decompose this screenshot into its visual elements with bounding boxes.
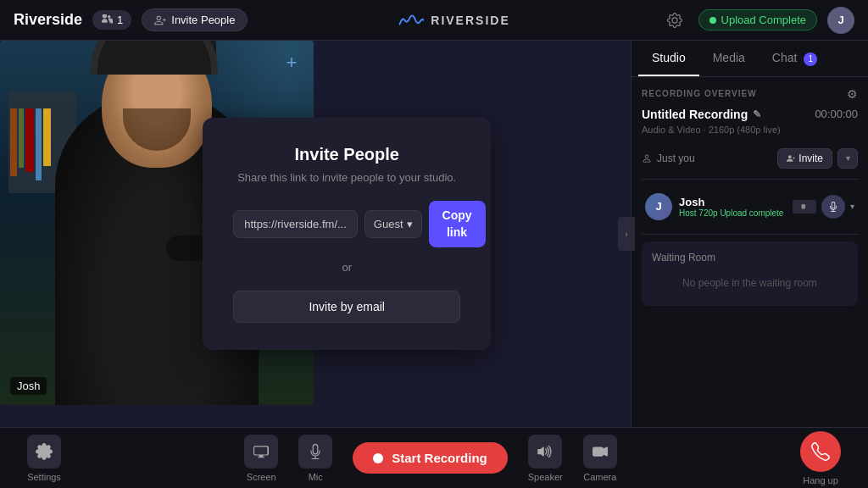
riverside-wave-icon bbox=[398, 12, 424, 29]
microphone-icon bbox=[828, 202, 838, 212]
record-dot bbox=[373, 453, 383, 463]
participant-role: Host bbox=[679, 208, 697, 218]
participant-controls: ▾ bbox=[793, 195, 854, 219]
main-content: Josh + Invite People Share this link to … bbox=[0, 41, 631, 427]
invite-email-label: Invite by email bbox=[309, 300, 384, 313]
waiting-room-empty: No people in the waiting room bbox=[652, 270, 848, 296]
screen-label: Screen bbox=[247, 472, 276, 482]
avatar-initials: J bbox=[837, 14, 843, 26]
recording-name-row: Untitled Recording ✎ 00:00:00 bbox=[642, 108, 858, 121]
user-avatar[interactable]: J bbox=[827, 7, 854, 34]
hangup-button[interactable]: Hang up bbox=[800, 431, 841, 485]
add-video-button[interactable]: + bbox=[280, 51, 303, 75]
speaker-label: Speaker bbox=[528, 472, 563, 482]
tab-chat[interactable]: Chat 1 bbox=[759, 41, 831, 76]
participant-info: J Josh Host 720p Upload complete bbox=[645, 193, 783, 220]
participant-status: Host 720p Upload complete bbox=[679, 208, 783, 218]
participants-row: Just you Invite ▾ bbox=[642, 145, 858, 172]
recording-name-text: Untitled Recording bbox=[642, 108, 748, 121]
camera-icon-wrapper bbox=[583, 435, 617, 469]
participant-item: J Josh Host 720p Upload complete bbox=[642, 186, 858, 227]
screen-icon bbox=[252, 444, 270, 459]
just-you-label: Just you bbox=[657, 152, 695, 164]
participant-avatar-text: J bbox=[655, 200, 661, 213]
invite-people-button[interactable]: Invite People bbox=[142, 8, 248, 31]
settings-label: Settings bbox=[27, 472, 61, 482]
participant-mic-button[interactable] bbox=[821, 195, 845, 219]
participant-name: Josh bbox=[679, 196, 783, 208]
mic-icon-wrapper bbox=[298, 435, 332, 469]
user-icon bbox=[642, 153, 652, 164]
guest-label: Guest bbox=[374, 218, 403, 230]
participant-details: Josh Host 720p Upload complete bbox=[679, 196, 783, 218]
recording-meta: Audio & Video · 2160p (480p live) bbox=[642, 125, 858, 135]
topbar-left: Riverside 1 Invite People bbox=[14, 8, 248, 31]
settings-icon bbox=[667, 13, 682, 28]
edit-recording-name-icon[interactable]: ✎ bbox=[753, 108, 761, 120]
topbar: Riverside 1 Invite People RIVERSIDE bbox=[0, 0, 868, 41]
invite-url-display: https://riverside.fm/... bbox=[233, 210, 358, 238]
participant-video-toggle[interactable] bbox=[793, 200, 816, 214]
riverside-logo-text: RIVERSIDE bbox=[431, 14, 509, 27]
chevron-down-icon: ▾ bbox=[407, 218, 413, 230]
bottom-center-controls: Screen Mic Start Recording bbox=[244, 435, 617, 482]
brand-name: Riverside bbox=[14, 11, 82, 29]
recording-overview-title: RECORDING OVERVIEW bbox=[642, 89, 757, 98]
copy-link-button[interactable]: Copylink bbox=[429, 201, 486, 247]
speaker-icon bbox=[536, 443, 554, 460]
panel-collapse-button[interactable]: › bbox=[618, 217, 635, 251]
camera-button[interactable]: Camera bbox=[583, 435, 617, 482]
invite-link-row: https://riverside.fm/... Guest ▾ Copylin… bbox=[233, 201, 460, 247]
waiting-room: Waiting Room No people in the waiting ro… bbox=[642, 241, 858, 306]
chat-badge: 1 bbox=[804, 53, 817, 66]
video-off-icon bbox=[799, 203, 810, 210]
recording-timer: 00:00:00 bbox=[815, 108, 858, 120]
bottom-bar: Settings Screen Mic Start Recording bbox=[0, 427, 868, 488]
participant-count-badge: 1 bbox=[92, 10, 131, 30]
panel-content: RECORDING OVERVIEW ⚙ Untitled Recording … bbox=[632, 77, 868, 428]
recording-overview-header: RECORDING OVERVIEW ⚙ bbox=[642, 87, 858, 101]
or-divider: or bbox=[233, 261, 460, 274]
mic-button[interactable]: Mic bbox=[298, 435, 332, 482]
invite-icon bbox=[787, 154, 795, 163]
invite-modal-title: Invite People bbox=[233, 145, 460, 164]
guest-role-dropdown[interactable]: Guest ▾ bbox=[364, 210, 422, 238]
speaker-button[interactable]: Speaker bbox=[528, 435, 563, 482]
tab-media[interactable]: Media bbox=[699, 41, 759, 76]
settings-btn-icon bbox=[27, 435, 61, 469]
panel-tabs: Studio Media Chat 1 bbox=[632, 41, 868, 77]
participant-quality: 720p bbox=[698, 208, 717, 218]
svg-rect-0 bbox=[802, 204, 806, 209]
invite-modal-subtitle: Share this link to invite people to your… bbox=[233, 171, 460, 184]
tab-media-label: Media bbox=[713, 51, 745, 64]
waiting-room-title: Waiting Room bbox=[652, 252, 848, 263]
screen-share-button[interactable]: Screen bbox=[244, 435, 278, 482]
participant-count-label: Just you bbox=[642, 152, 695, 164]
invite-people-label: Invite People bbox=[171, 14, 235, 26]
tab-chat-label: Chat bbox=[772, 51, 798, 64]
start-recording-label: Start Recording bbox=[392, 451, 487, 465]
tab-studio-label: Studio bbox=[652, 51, 686, 64]
right-panel: › Studio Media Chat 1 RECORDING OVERVIEW… bbox=[631, 41, 868, 427]
people-icon bbox=[101, 14, 113, 26]
invite-participants-button[interactable]: Invite bbox=[777, 148, 832, 169]
invite-by-email-button[interactable]: Invite by email bbox=[233, 291, 460, 323]
upload-complete-badge: Upload Complete bbox=[698, 9, 817, 30]
participants-expand-button[interactable]: ▾ bbox=[837, 148, 858, 169]
tab-studio[interactable]: Studio bbox=[638, 41, 699, 76]
mic-icon bbox=[308, 442, 323, 461]
phone-hangup-icon bbox=[811, 442, 830, 461]
topbar-center-logo: RIVERSIDE bbox=[248, 12, 660, 29]
camera-label: Camera bbox=[583, 472, 616, 482]
participant-count-number: 1 bbox=[117, 14, 123, 26]
video-user-label: Josh bbox=[10, 377, 47, 395]
participant-expand-button[interactable]: ▾ bbox=[850, 202, 854, 211]
camera-icon bbox=[591, 444, 609, 459]
user-plus-icon bbox=[154, 14, 166, 26]
settings-button[interactable]: Settings bbox=[27, 435, 61, 482]
topbar-settings-button[interactable] bbox=[661, 7, 688, 34]
participant-avatar: J bbox=[645, 193, 672, 220]
recording-settings-button[interactable]: ⚙ bbox=[847, 87, 858, 101]
start-recording-button[interactable]: Start Recording bbox=[353, 442, 508, 474]
participant-upload-status: Upload complete bbox=[720, 208, 783, 218]
